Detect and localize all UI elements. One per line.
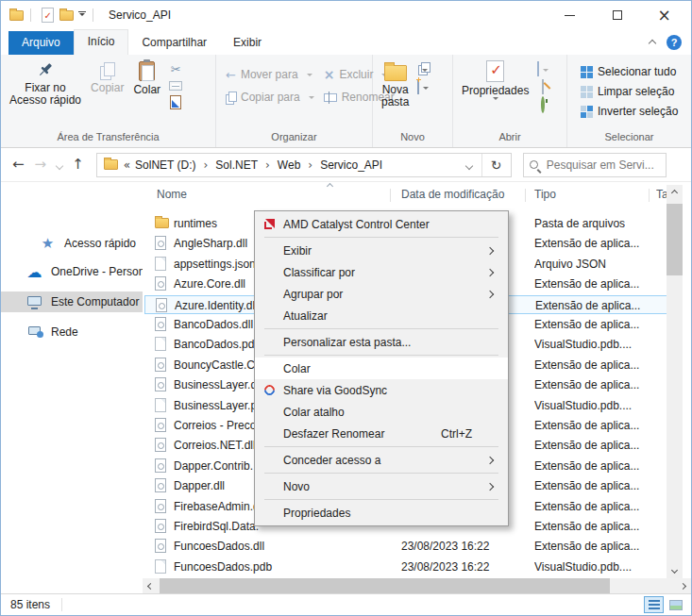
menu-separator: [264, 237, 498, 238]
column-divider[interactable]: [525, 189, 526, 202]
copy-icon: [100, 62, 115, 79]
address-bar[interactable]: « SolNET (D:)›Sol.NET›Web›Servico_API: [96, 153, 512, 177]
search-icon: [530, 160, 538, 169]
breadcrumb-segment-solnet-d[interactable]: SolNET (D:): [134, 158, 196, 172]
column-header-type[interactable]: Tipo: [534, 188, 556, 201]
file-type: Extensão de aplica...: [534, 378, 639, 391]
window-title: Servico_API: [109, 8, 171, 22]
sidebar-item-onedrive-person[interactable]: OneDrive - Person: [1, 261, 143, 282]
minimize-button[interactable]: [556, 1, 583, 29]
file-icon: [155, 559, 166, 574]
address-dropdown[interactable]: [466, 158, 481, 172]
cut-button[interactable]: [171, 62, 181, 76]
column-divider[interactable]: [649, 189, 650, 202]
new-item-button[interactable]: [417, 80, 429, 93]
qat-new-folder-button[interactable]: [57, 5, 76, 25]
tab-compartilhar[interactable]: Compartilhar: [128, 31, 220, 55]
easy-access-button[interactable]: [418, 62, 428, 75]
file-row-funcoesdados-dll[interactable]: FuncoesDados.dll23/08/2023 16:22Extensão…: [144, 537, 669, 556]
qat-customize-dropdown[interactable]: [78, 11, 86, 19]
new-folder-button[interactable]: Novapasta: [377, 58, 414, 111]
invert-selection-button[interactable]: Inverter seleção: [581, 105, 678, 118]
ribbon-group-new: Novapasta Novo: [373, 55, 453, 147]
file-type: Extensão de aplica...: [534, 520, 639, 533]
menu-item-label: Novo: [283, 480, 487, 493]
horizontal-scrollbar[interactable]: [143, 578, 691, 593]
context-menu-item-amd-catalyst-control-center[interactable]: AMD Catalyst Control Center: [255, 213, 508, 235]
select-all-button[interactable]: Selecionar tudo: [581, 65, 678, 78]
context-menu-item-classificar-por[interactable]: Classificar por: [255, 261, 508, 283]
refresh-button[interactable]: [482, 154, 511, 176]
context-menu-item-colar-atalho[interactable]: Colar atalho: [255, 401, 508, 423]
copy-path-button[interactable]: [169, 81, 182, 91]
help-button[interactable]: ?: [667, 35, 682, 50]
context-menu-item-agrupar-por[interactable]: Agrupar por: [255, 283, 508, 305]
dll-icon: [156, 298, 167, 312]
sidebar-item-este-computador[interactable]: Este Computador: [1, 291, 143, 312]
column-header-name[interactable]: Nome: [157, 188, 187, 201]
amd-icon: [264, 219, 275, 229]
horizontal-scrollbar-thumb[interactable]: [160, 578, 610, 593]
menu-item-label: Agrupar por: [283, 288, 487, 301]
collapse-ribbon-button[interactable]: [650, 36, 655, 49]
menu-shortcut: Ctrl+Z: [441, 427, 472, 441]
context-menu-item-novo[interactable]: Novo: [255, 475, 508, 497]
column-header-date[interactable]: Data de modificação: [401, 188, 504, 201]
copy-button[interactable]: Copiar: [86, 58, 128, 97]
open-button[interactable]: [537, 62, 549, 75]
vertical-scrollbar[interactable]: [667, 185, 683, 578]
scroll-down-button[interactable]: [667, 562, 683, 578]
recent-locations-dropdown[interactable]: [57, 158, 62, 172]
context-menu-item-conceder-acesso-a[interactable]: Conceder acesso a: [255, 449, 508, 471]
search-input[interactable]: [545, 158, 660, 173]
forward-button[interactable]: →: [35, 158, 47, 172]
up-button[interactable]: ↑: [72, 158, 84, 172]
maximize-button[interactable]: [603, 1, 631, 29]
qat-properties-button[interactable]: [38, 5, 57, 25]
paste-shortcut-button[interactable]: [170, 95, 181, 109]
tab-inicio[interactable]: Início: [74, 29, 129, 55]
breadcrumb-segment-servico-api[interactable]: Servico_API: [319, 158, 383, 172]
sidebar-item-acesso-rapido[interactable]: Acesso rápido: [1, 233, 143, 254]
details-view-button[interactable]: [644, 596, 664, 613]
edit-button[interactable]: [542, 80, 544, 93]
context-menu-item-share-via-goodsync[interactable]: Share via GoodSync: [255, 379, 508, 401]
pin-to-quick-access-button[interactable]: Fixar noAcesso rápido: [5, 58, 86, 109]
column-divider[interactable]: [390, 189, 391, 202]
chevron-down-icon: [423, 87, 429, 92]
vertical-scrollbar-thumb[interactable]: [667, 204, 683, 275]
titlebar: Servico_API ×: [1, 1, 691, 29]
context-menu-item-propriedades[interactable]: Propriedades: [255, 502, 508, 524]
ribbon-group-clipboard: Fixar noAcesso rápido Copiar Colar Área …: [1, 55, 216, 147]
properties-button[interactable]: Propriedades: [457, 58, 533, 106]
breadcrumb-collapsed-prefix[interactable]: «: [118, 158, 134, 172]
close-button[interactable]: ×: [650, 1, 678, 29]
breadcrumb-separator: ›: [301, 158, 319, 172]
clear-selection-button[interactable]: Limpar seleção: [581, 85, 678, 98]
file-type: Extensão de aplica...: [534, 358, 639, 372]
breadcrumb-segment-sol-net[interactable]: Sol.NET: [214, 158, 259, 172]
menu-item-label: Atualizar: [283, 309, 497, 323]
search-box[interactable]: [523, 153, 667, 177]
context-menu-item-atualizar[interactable]: Atualizar: [255, 305, 508, 326]
context-menu-item-exibir[interactable]: Exibir: [255, 240, 508, 261]
scroll-up-button[interactable]: [667, 185, 683, 201]
back-button[interactable]: ←: [12, 158, 25, 172]
context-menu-item-personalizar-esta-pasta[interactable]: Personalizar esta pasta...: [255, 331, 508, 353]
context-menu-item-desfazer-renomear[interactable]: Desfazer RenomearCtrl+Z: [255, 423, 508, 444]
move-to-button[interactable]: Mover para: [226, 67, 314, 82]
scroll-right-button[interactable]: [675, 578, 691, 593]
tab-strip: ArquivoInícioCompartilharExibir ?: [1, 29, 691, 55]
file-row-funcoesdados-pdb[interactable]: FuncoesDados.pdb23/08/2023 16:22VisualSt…: [144, 558, 669, 576]
copy-to-button[interactable]: Copiar para: [226, 91, 314, 104]
tab-exibir[interactable]: Exibir: [220, 31, 275, 55]
breadcrumb-segment-web[interactable]: Web: [277, 158, 301, 172]
thumbnails-view-button[interactable]: [666, 596, 685, 613]
paste-button[interactable]: Colar: [128, 58, 165, 99]
tab-arquivo[interactable]: Arquivo: [8, 31, 74, 55]
history-button[interactable]: [541, 98, 545, 111]
context-menu-item-colar[interactable]: Colar: [255, 358, 508, 379]
history-icon: [541, 96, 545, 113]
sidebar-item-rede[interactable]: Rede: [1, 322, 143, 342]
scroll-left-button[interactable]: [143, 578, 159, 593]
